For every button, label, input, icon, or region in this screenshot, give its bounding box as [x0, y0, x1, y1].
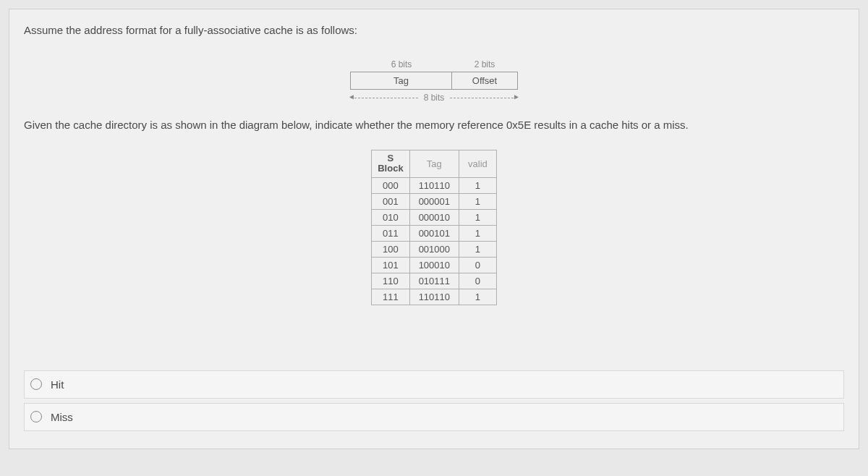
answer-options: Hit Miss — [24, 370, 844, 431]
offset-cell: Offset — [452, 72, 517, 89]
cell-block: 001 — [372, 193, 409, 209]
cell-block: 000 — [372, 177, 409, 193]
table-row: 010 000010 1 — [372, 209, 497, 225]
address-row: Tag Offset — [350, 72, 518, 90]
cell-valid: 1 — [459, 289, 497, 305]
radio-icon — [30, 378, 42, 390]
table-row: 111 110110 1 — [372, 289, 497, 305]
table-row: 110 010111 0 — [372, 273, 497, 289]
cell-block: 111 — [372, 289, 409, 305]
cell-tag: 000001 — [409, 193, 459, 209]
cell-block: 011 — [372, 225, 409, 241]
cell-block: 110 — [372, 273, 409, 289]
cell-tag: 000101 — [409, 225, 459, 241]
option-miss[interactable]: Miss — [24, 403, 844, 431]
header-valid: valid — [459, 150, 497, 178]
header-sblock: SBlock — [372, 150, 409, 178]
tag-cell: Tag — [351, 72, 452, 89]
cell-block: 101 — [372, 257, 409, 273]
question-line-2: Given the cache directory is as shown in… — [24, 117, 844, 132]
arrow-left — [351, 98, 418, 98]
bits-label-2: 2 bits — [452, 59, 517, 69]
total-bits-label: 8 bits — [418, 93, 451, 103]
arrow-right — [450, 98, 517, 98]
cell-block: 100 — [372, 241, 409, 257]
cache-table-container: SBlock Tag valid 000 110110 1 001 000001… — [24, 150, 844, 305]
option-hit-label: Hit — [51, 378, 64, 391]
cell-valid: 1 — [459, 177, 497, 193]
cell-valid: 0 — [459, 257, 497, 273]
cell-valid: 1 — [459, 209, 497, 225]
cell-valid: 0 — [459, 273, 497, 289]
table-row: 011 000101 1 — [372, 225, 497, 241]
cache-table-body: 000 110110 1 001 000001 1 010 000010 1 0… — [372, 177, 497, 305]
cell-tag: 110110 — [409, 177, 459, 193]
table-row: 101 100010 0 — [372, 257, 497, 273]
cell-valid: 1 — [459, 241, 497, 257]
cache-directory-table: SBlock Tag valid 000 110110 1 001 000001… — [371, 150, 497, 305]
bits-labels-row: 6 bits 2 bits — [351, 59, 517, 69]
radio-icon — [30, 411, 42, 422]
question-container: Assume the address format for a fully-as… — [9, 9, 859, 449]
cell-valid: 1 — [459, 193, 497, 209]
cell-block: 010 — [372, 209, 409, 225]
table-row: 001 000001 1 — [372, 193, 497, 209]
address-format-diagram: 6 bits 2 bits Tag Offset 8 bits — [24, 59, 844, 103]
bits-label-6: 6 bits — [351, 59, 452, 69]
table-row: 100 001000 1 — [372, 241, 497, 257]
cell-tag: 100010 — [409, 257, 459, 273]
table-row: 000 110110 1 — [372, 177, 497, 193]
cell-valid: 1 — [459, 225, 497, 241]
total-bits-arrow: 8 bits — [351, 93, 517, 103]
cell-tag: 010111 — [409, 273, 459, 289]
question-line-1: Assume the address format for a fully-as… — [24, 22, 844, 38]
option-miss-label: Miss — [51, 411, 73, 423]
cell-tag: 000010 — [409, 209, 459, 225]
header-tag: Tag — [409, 150, 459, 178]
cell-tag: 001000 — [409, 241, 459, 257]
cell-tag: 110110 — [409, 289, 459, 305]
option-hit[interactable]: Hit — [24, 370, 844, 399]
table-header-row: SBlock Tag valid — [372, 150, 497, 178]
